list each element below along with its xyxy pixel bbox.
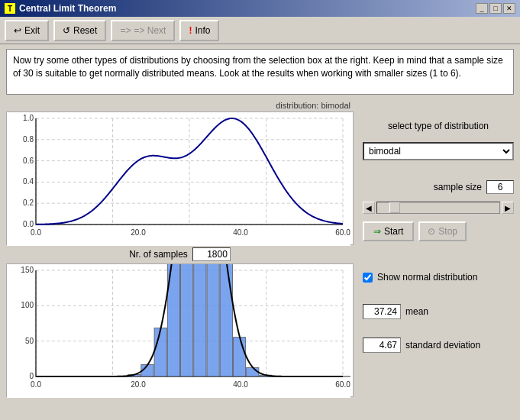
start-button[interactable]: ⇒ Start xyxy=(363,221,414,241)
slider-right-arrow[interactable]: ▶ xyxy=(502,202,514,214)
toolbar: ↩ Exit ↺ Reset => => Next ! Info xyxy=(0,17,520,44)
std-row: standard deviation xyxy=(363,338,514,353)
reset-icon: ↺ xyxy=(63,25,70,36)
bottom-chart-container xyxy=(6,263,354,397)
nr-samples-row: Nr. of samples xyxy=(6,245,354,263)
app-icon: T xyxy=(5,3,15,14)
stop-button[interactable]: ⊙ Stop xyxy=(418,221,467,241)
next-icon: => xyxy=(120,25,131,36)
left-panel: distribution: bimodal Nr. of samples xyxy=(6,99,354,397)
distribution-dropdown-container: uniform bimodal skewed normal xyxy=(363,142,514,160)
right-panel: select type of distribution uniform bimo… xyxy=(354,99,514,397)
distribution-select[interactable]: uniform bimodal skewed normal xyxy=(363,142,514,160)
sample-size-label: sample size xyxy=(434,182,482,192)
exit-icon: ↩ xyxy=(14,25,21,36)
slider-thumb[interactable] xyxy=(389,202,400,213)
info-label: Info xyxy=(195,25,210,36)
show-normal-row: Show normal distribution xyxy=(363,272,514,283)
show-normal-label: Show normal distribution xyxy=(377,272,477,283)
distribution-section-title: select type of distribution xyxy=(363,121,514,131)
nr-samples-label: Nr. of samples xyxy=(129,249,188,260)
title-controls[interactable]: _ □ ✕ xyxy=(476,3,515,14)
reset-label: Reset xyxy=(73,25,97,36)
stop-icon: ⊙ xyxy=(428,226,435,237)
top-chart-container xyxy=(6,111,354,245)
slider-row: ◀ ▶ xyxy=(363,202,514,214)
sample-size-row: sample size xyxy=(363,180,514,194)
maximize-button[interactable]: □ xyxy=(489,3,502,14)
std-value xyxy=(363,338,401,353)
start-icon: ⇒ xyxy=(373,226,381,237)
next-button[interactable]: => => Next xyxy=(111,20,175,41)
slider-left-arrow[interactable]: ◀ xyxy=(363,202,375,214)
slider-track[interactable] xyxy=(376,202,500,214)
info-icon: ! xyxy=(189,25,192,36)
window-title: Central Limit Theorem xyxy=(19,3,116,14)
stop-label: Stop xyxy=(438,226,457,237)
mean-row: mean xyxy=(363,304,514,319)
action-buttons: ⇒ Start ⊙ Stop xyxy=(363,221,514,241)
close-button[interactable]: ✕ xyxy=(503,3,515,14)
mean-value xyxy=(363,304,401,319)
title-bar-left: T Central Limit Theorem xyxy=(5,3,116,14)
bottom-chart-canvas xyxy=(7,264,350,398)
next-label: => Next xyxy=(134,25,166,36)
nr-samples-input[interactable] xyxy=(192,247,231,261)
exit-label: Exit xyxy=(24,25,40,36)
info-text: Now try some other types of distribution… xyxy=(13,55,503,79)
start-label: Start xyxy=(384,226,403,237)
std-label: standard deviation xyxy=(405,340,480,351)
reset-button[interactable]: ↺ Reset xyxy=(53,20,106,41)
exit-button[interactable]: ↩ Exit xyxy=(5,20,49,41)
top-chart-title: distribution: bimodal xyxy=(6,99,354,111)
main-content: distribution: bimodal Nr. of samples sel… xyxy=(0,99,520,397)
minimize-button[interactable]: _ xyxy=(476,3,488,14)
info-button[interactable]: ! Info xyxy=(179,20,219,41)
show-normal-checkbox[interactable] xyxy=(363,273,373,283)
mean-label: mean xyxy=(405,306,428,317)
title-bar: T Central Limit Theorem _ □ ✕ xyxy=(0,0,520,17)
info-box: Now try some other types of distribution… xyxy=(6,49,514,95)
top-chart-canvas xyxy=(7,112,350,246)
sample-size-input[interactable] xyxy=(486,180,514,194)
